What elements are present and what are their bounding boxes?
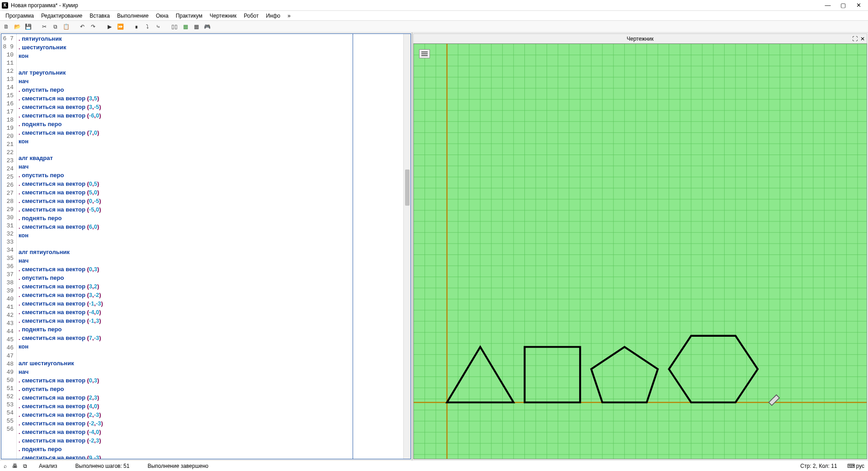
redo-icon[interactable]: ↷ — [89, 22, 98, 31]
status-bar: ⌕ 🖶 ⧉ Анализ Выполнено шагов: 51 Выполне… — [0, 460, 868, 471]
menu-item[interactable]: » — [284, 13, 294, 19]
status-position: Стр: 2, Кол: 11 — [791, 463, 846, 469]
editor-pane: 6 7 8 9 10 11 12 13 14 15 16 17 18 19 20… — [0, 33, 412, 460]
run-fast-icon[interactable]: ⏩ — [116, 22, 125, 31]
stop-icon[interactable]: ∎ — [132, 22, 141, 31]
paste-icon[interactable]: 📋 — [61, 22, 71, 31]
app-logo-icon: К — [2, 2, 8, 9]
status-print-icon[interactable]: 🖶 — [10, 463, 20, 469]
status-analysis: Анализ — [30, 463, 66, 469]
menu-bar: ПрограммаРедактированиеВставкаВыполнение… — [0, 11, 868, 21]
cut-icon[interactable]: ✂ — [40, 22, 49, 31]
scrollbar-thumb[interactable] — [405, 170, 410, 206]
status-steps: Выполнено шагов: 51 — [66, 463, 139, 469]
copy-icon[interactable]: ⧉ — [51, 22, 60, 31]
menu-item[interactable]: Редактирование — [38, 13, 86, 19]
layout3-icon[interactable]: ▦ — [192, 22, 201, 31]
robot-icon[interactable]: 🎮 — [203, 22, 212, 31]
open-file-icon[interactable]: 📂 — [13, 22, 22, 31]
menu-item[interactable]: Практикум — [172, 13, 206, 19]
maximize-button[interactable]: ▢ — [835, 2, 851, 9]
menu-item[interactable]: Чертежник — [206, 13, 241, 19]
step-over-icon[interactable]: ⤷ — [154, 22, 163, 31]
status-copy-icon[interactable]: ⧉ — [20, 463, 30, 469]
toolbar: 🗎 📂 💾 ✂ ⧉ 📋 ↶ ↷ ▶ ⏩ ∎ ⤵ ⤷ ▯▯ ▦ ▦ 🎮 — [0, 21, 868, 33]
save-file-icon[interactable]: 💾 — [24, 22, 33, 31]
step-in-icon[interactable]: ⤵ — [143, 22, 152, 31]
menu-item[interactable]: Окна — [152, 13, 172, 19]
close-button[interactable]: ✕ — [851, 2, 866, 9]
status-keyboard-icon[interactable]: ⌨ — [846, 463, 856, 469]
menu-item[interactable]: Вставка — [86, 13, 113, 19]
editor-scrollbar[interactable] — [403, 34, 410, 459]
undo-icon[interactable]: ↶ — [78, 22, 87, 31]
layout1-icon[interactable]: ▯▯ — [170, 22, 179, 31]
menu-item[interactable]: Робот — [240, 13, 262, 19]
menu-item[interactable]: Выполнение — [113, 13, 152, 19]
workspace: 6 7 8 9 10 11 12 13 14 15 16 17 18 19 20… — [0, 33, 868, 460]
code-area[interactable]: . пятиугольник . шестиугольник кон алг т… — [17, 34, 353, 459]
menu-item[interactable]: Программа — [2, 13, 38, 19]
pane-close-icon[interactable]: ✕ — [860, 36, 865, 42]
status-language: рус — [856, 463, 868, 469]
canvas-menu-icon[interactable] — [419, 49, 430, 58]
canvas-title-bar: Чертежник ⛶ ✕ — [413, 33, 867, 43]
status-spellcheck-icon[interactable]: ⌕ — [0, 463, 10, 469]
layout2-icon[interactable]: ▦ — [181, 22, 190, 31]
pane-maximize-icon[interactable]: ⛶ — [852, 36, 858, 42]
drawer-pane: Чертежник ⛶ ✕ — [413, 33, 867, 459]
canvas-title: Чертежник — [627, 36, 654, 42]
minimize-button[interactable]: — — [820, 2, 835, 9]
title-bar: К Новая программа* - Кумир — ▢ ✕ — [0, 0, 868, 11]
status-done: Выполнение завершено — [138, 463, 217, 469]
svg-marker-106 — [524, 347, 580, 403]
run-icon[interactable]: ▶ — [105, 22, 114, 31]
line-gutter: 6 7 8 9 10 11 12 13 14 15 16 17 18 19 20… — [1, 34, 17, 459]
code-editor[interactable]: 6 7 8 9 10 11 12 13 14 15 16 17 18 19 20… — [1, 33, 411, 459]
drawing-canvas[interactable] — [413, 43, 867, 459]
window-title: Новая программа* - Кумир — [11, 2, 820, 9]
new-file-icon[interactable]: 🗎 — [2, 22, 11, 31]
menu-item[interactable]: Инфо — [262, 13, 284, 19]
editor-side-column — [353, 34, 403, 459]
